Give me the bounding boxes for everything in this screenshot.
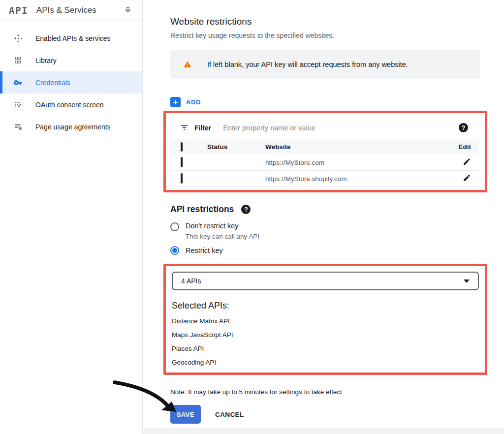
sidebar: API APIs & Services Enabled APIs & servi…: [0, 0, 143, 434]
page-title: Website restrictions: [170, 16, 480, 27]
filter-label: Filter: [194, 124, 211, 132]
enabled-apis-icon: [13, 33, 23, 43]
library-icon: [13, 56, 23, 65]
filter-icon: [180, 123, 189, 132]
settings-note: Note: It may take up to 5 minutes for se…: [170, 388, 480, 396]
warning-banner: If left blank, your API key will accept …: [170, 50, 480, 79]
row-website-url: https://MyStore.shopify.com: [265, 175, 448, 183]
sidebar-item-library[interactable]: Library: [0, 49, 142, 71]
add-button-label: ADD: [186, 98, 201, 106]
selected-api-item: Maps JavaScript API: [172, 332, 479, 339]
action-buttons: SAVE CANCEL: [170, 405, 480, 424]
selected-api-item: Places API: [172, 345, 479, 352]
filter-input[interactable]: [223, 124, 459, 132]
main-content: Website restrictions Restrict key usage …: [170, 0, 480, 424]
selected-apis-list: Distance Matrix API Maps JavaScript API …: [172, 318, 479, 366]
website-table-highlight-box: Filter ? Status Website Edit https://MyS…: [163, 111, 487, 192]
status-column-header: Status: [207, 143, 265, 151]
edit-column-header: Edit: [448, 143, 479, 151]
sidebar-item-credentials[interactable]: Credentials: [0, 71, 142, 93]
filter-help-icon[interactable]: ?: [459, 123, 468, 132]
page-root: API APIs & Services Enabled APIs & servi…: [0, 0, 504, 434]
api-logo: API: [9, 5, 28, 16]
app-title: APIs & Services: [36, 5, 124, 15]
api-restrictions-help-icon[interactable]: ?: [241, 205, 251, 214]
sidebar-item-enabled-apis[interactable]: Enabled APIs & services: [0, 27, 142, 49]
sidebar-item-label: Page usage agreements: [35, 123, 111, 131]
api-restrictions-title: API restrictions: [170, 204, 234, 215]
website-column-header: Website: [265, 143, 448, 151]
table-header-row: Status Website Edit: [172, 139, 479, 155]
key-icon: [13, 78, 23, 88]
page-subtitle: Restrict key usage requests to the speci…: [170, 31, 480, 39]
restrict-key-option[interactable]: Restrict key: [170, 246, 480, 255]
selected-api-item: Geocoding API: [172, 359, 479, 366]
sidebar-item-label: Library: [35, 57, 57, 64]
warning-text: If left blank, your API key will accept …: [207, 61, 408, 68]
row-checkbox[interactable]: [181, 157, 183, 167]
sidebar-nav: Enabled APIs & services Library Credenti…: [0, 21, 142, 138]
table-row: https://MyStore.shopify.com: [172, 171, 479, 187]
row-website-url: https://MyStore.com: [265, 159, 448, 166]
radio-selected-icon[interactable]: [170, 246, 179, 255]
save-button[interactable]: SAVE: [170, 405, 201, 424]
selected-api-item: Distance Matrix API: [172, 318, 479, 325]
pin-icon[interactable]: [124, 6, 132, 15]
radio-label: Restrict key: [186, 247, 223, 255]
radio-label: Don't restrict key: [186, 222, 259, 230]
cancel-button[interactable]: CANCEL: [215, 411, 244, 418]
filter-row: Filter ?: [172, 117, 479, 139]
row-checkbox[interactable]: [181, 173, 183, 184]
apis-dropdown-value: 4 APIs: [181, 277, 201, 285]
oauth-icon: [13, 100, 23, 110]
add-button[interactable]: + ADD: [170, 97, 201, 107]
radio-description: This key can call any API: [186, 233, 259, 240]
sidebar-item-label: OAuth consent screen: [35, 101, 104, 109]
sidebar-header: API APIs & Services: [0, 0, 142, 21]
sidebar-item-label: Credentials: [35, 79, 70, 87]
edit-pencil-icon[interactable]: [463, 175, 471, 184]
sidebar-item-page-usage-agreements[interactable]: Page usage agreements: [0, 116, 142, 138]
edit-pencil-icon[interactable]: [463, 159, 471, 167]
selected-apis-title: Selected APIs:: [172, 301, 479, 311]
warning-icon: [183, 61, 192, 68]
api-restrictions-header: API restrictions ?: [170, 204, 480, 215]
api-selection-highlight-box: 4 APIs Selected APIs: Distance Matrix AP…: [163, 264, 487, 375]
select-all-checkbox[interactable]: [181, 142, 183, 152]
apis-dropdown[interactable]: 4 APIs: [172, 272, 479, 290]
dont-restrict-key-option[interactable]: Don't restrict key This key can call any…: [170, 222, 480, 240]
table-row: https://MyStore.com: [172, 155, 479, 171]
sidebar-item-oauth-consent[interactable]: OAuth consent screen: [0, 93, 142, 116]
plus-icon: +: [170, 97, 181, 107]
agreements-icon: [13, 122, 23, 132]
radio-unselected-icon[interactable]: [170, 222, 179, 231]
sidebar-item-label: Enabled APIs & services: [35, 34, 111, 42]
chevron-down-icon: [464, 279, 470, 283]
